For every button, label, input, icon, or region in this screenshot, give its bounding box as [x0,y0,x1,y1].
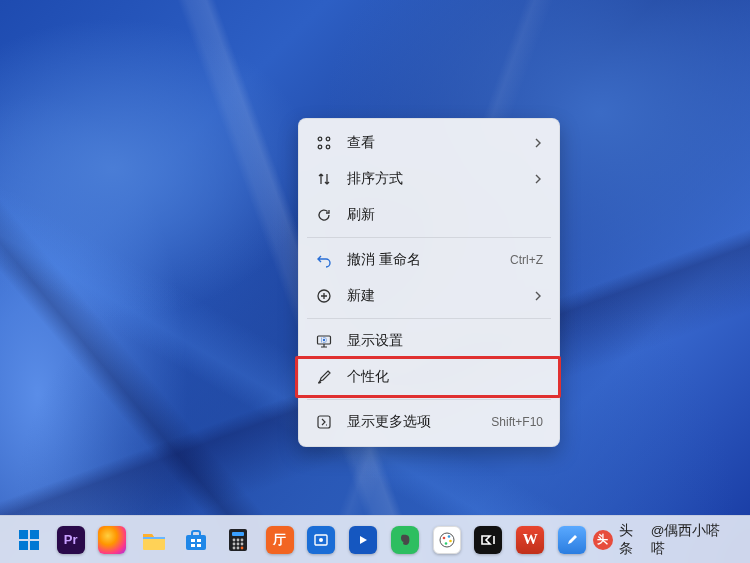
edit-app-icon[interactable] [552,520,592,560]
svg-point-1 [326,137,330,141]
svg-point-28 [240,546,243,549]
attribution-badge-icon: 头 [593,530,613,550]
menu-label: 新建 [347,287,533,305]
svg-point-26 [232,546,235,549]
svg-point-21 [236,538,239,541]
svg-rect-7 [318,416,330,428]
paint-icon[interactable] [427,520,467,560]
chevron-right-icon [533,138,543,148]
svg-point-23 [232,542,235,545]
wps-icon[interactable]: W [510,520,550,560]
watermark-attribution: 头 头条 @偶西小嗒嗒 [593,522,742,558]
chevron-right-icon [533,291,543,301]
svg-point-31 [440,533,454,547]
calculator-icon[interactable] [218,520,258,560]
svg-rect-11 [30,541,39,550]
attribution-handle: @偶西小嗒嗒 [651,522,734,558]
menu-label: 撤消 重命名 [347,251,510,269]
screen-recorder-icon[interactable] [301,520,341,560]
menu-more-options[interactable]: 显示更多选项 Shift+F10 [305,404,553,440]
microsoft-store-icon[interactable] [176,520,216,560]
more-options-icon [315,413,333,431]
svg-point-20 [232,538,235,541]
svg-point-35 [444,542,447,545]
firefox-icon[interactable] [93,520,133,560]
svg-rect-15 [197,539,201,542]
svg-rect-19 [232,532,244,536]
svg-point-33 [447,535,450,538]
start-button[interactable] [9,520,49,560]
svg-point-24 [236,542,239,545]
taskbar: Pr 厅 [0,515,750,563]
capcut-icon[interactable] [469,520,509,560]
menu-undo[interactable]: 撤消 重命名 Ctrl+Z [305,242,553,278]
svg-point-34 [449,539,452,542]
svg-rect-8 [19,530,28,539]
svg-point-2 [318,145,322,149]
evernote-icon[interactable] [385,520,425,560]
svg-rect-10 [19,541,28,550]
menu-separator [307,237,551,238]
brush-icon [315,368,333,386]
svg-rect-13 [186,535,206,550]
menu-view[interactable]: 查看 [305,125,553,161]
grid-icon [315,134,333,152]
display-settings-icon [315,332,333,350]
undo-icon [315,251,333,269]
menu-new[interactable]: 新建 [305,278,553,314]
svg-point-27 [236,546,239,549]
menu-personalize[interactable]: 个性化 [305,359,553,395]
menu-separator [307,399,551,400]
svg-point-22 [240,538,243,541]
svg-point-32 [442,536,445,539]
desktop-context-menu: 查看 排序方式 刷新 撤消 重命名 Ctrl+Z [298,118,560,447]
plus-circle-icon [315,287,333,305]
svg-rect-17 [197,544,201,547]
chevron-right-icon [533,174,543,184]
svg-point-6 [323,339,325,341]
svg-rect-16 [191,544,195,547]
svg-point-30 [319,538,323,542]
menu-label: 显示设置 [347,332,543,350]
media-app-icon[interactable] [343,520,383,560]
menu-refresh[interactable]: 刷新 [305,197,553,233]
menu-accelerator: Ctrl+Z [510,253,543,267]
svg-point-3 [326,145,330,149]
menu-label: 刷新 [347,206,543,224]
menu-label: 查看 [347,134,533,152]
menu-sort[interactable]: 排序方式 [305,161,553,197]
attribution-prefix: 头条 [619,522,647,558]
svg-point-0 [318,137,322,141]
menu-accelerator: Shift+F10 [491,415,543,429]
orange-app-icon[interactable]: 厅 [260,520,300,560]
svg-point-25 [240,542,243,545]
menu-label: 排序方式 [347,170,533,188]
sort-icon [315,170,333,188]
file-explorer-icon[interactable] [134,520,174,560]
menu-separator [307,318,551,319]
svg-rect-12 [143,537,165,539]
svg-rect-14 [191,539,195,542]
menu-label: 显示更多选项 [347,413,491,431]
adobe-premiere-icon[interactable]: Pr [51,520,91,560]
refresh-icon [315,206,333,224]
menu-label: 个性化 [347,368,543,386]
svg-rect-9 [30,530,39,539]
menu-display-settings[interactable]: 显示设置 [305,323,553,359]
